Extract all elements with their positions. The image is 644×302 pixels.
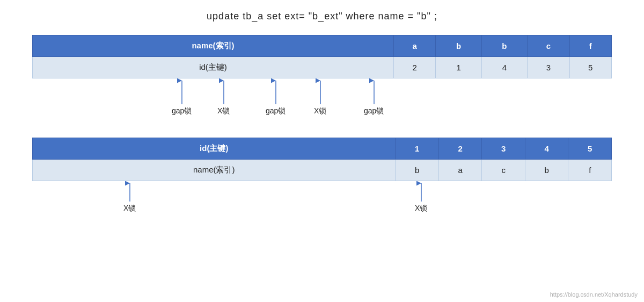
table1-header-1: a xyxy=(393,35,435,57)
arrow-up-icon xyxy=(125,181,135,203)
table2-header-0: id(主键) xyxy=(33,138,396,160)
table1-data-row: id(主键) 2 1 4 3 5 xyxy=(33,57,612,78)
table2-header-4: 4 xyxy=(525,138,568,160)
gap2-label: gap锁 xyxy=(266,106,286,116)
table1-header-2: b xyxy=(436,35,481,57)
x1-label: X锁 xyxy=(217,106,230,116)
table2-header-row: id(主键) 1 2 3 4 5 xyxy=(33,138,612,160)
arrow-up-icon xyxy=(316,78,325,105)
table2-cell-2: a xyxy=(438,160,482,181)
annotation-x1: X锁 xyxy=(217,78,230,116)
table1-section: name(索引) a b b c f id(主键) 2 1 4 3 5 xyxy=(21,35,623,127)
x2-label-t2: X锁 xyxy=(415,204,427,213)
table1-cell-3: 4 xyxy=(481,57,527,78)
arrow-up-icon xyxy=(416,181,426,203)
table1-annotations: gap锁 X锁 xyxy=(32,78,612,127)
annotation-x2: X锁 xyxy=(314,78,326,116)
table2-cell-5: f xyxy=(568,160,612,181)
table1-header-0: name(索引) xyxy=(33,35,394,57)
annotation-gap2: gap锁 xyxy=(266,78,286,116)
table1-cell-4: 3 xyxy=(528,57,569,78)
table1-cell-0: id(主键) xyxy=(33,57,394,78)
table2-header-1: 1 xyxy=(396,138,439,160)
arrow-up-icon xyxy=(369,78,379,105)
annotation-gap1: gap锁 xyxy=(172,78,192,116)
annotation-gap3: gap锁 xyxy=(364,78,384,116)
table1-header-4: c xyxy=(528,35,569,57)
table1-cell-2: 1 xyxy=(436,57,481,78)
watermark: https://blog.csdn.net/Xqhardstudy xyxy=(550,291,638,298)
table1-header-row: name(索引) a b b c f xyxy=(33,35,612,57)
table2-cell-1: b xyxy=(396,160,439,181)
x2-label: X锁 xyxy=(314,106,326,116)
table2: id(主键) 1 2 3 4 5 name(索引) b a c b f xyxy=(32,138,612,181)
table2-header-5: 5 xyxy=(568,138,612,160)
table2-data-row: name(索引) b a c b f xyxy=(33,160,612,181)
sql-statement: update tb_a set ext= "b_ext" where name … xyxy=(21,11,623,22)
table2-header-3: 3 xyxy=(482,138,525,160)
table1-header-3: b xyxy=(481,35,527,57)
table1-cell-5: 5 xyxy=(569,57,611,78)
main-container: update tb_a set ext= "b_ext" where name … xyxy=(0,0,644,302)
table1-cell-1: 2 xyxy=(393,57,435,78)
table2-annotations: X锁 X锁 xyxy=(32,181,612,219)
table2-header-2: 2 xyxy=(438,138,482,160)
arrow-up-icon xyxy=(219,78,229,105)
gap1-label: gap锁 xyxy=(172,106,192,116)
table1-header-5: f xyxy=(569,35,611,57)
annotation2-x2: X锁 xyxy=(415,181,427,213)
gap3-label: gap锁 xyxy=(364,106,384,116)
table2-section: id(主键) 1 2 3 4 5 name(索引) b a c b f xyxy=(21,138,623,219)
arrow-up-icon xyxy=(177,78,187,105)
table2-cell-0: name(索引) xyxy=(33,160,396,181)
table1: name(索引) a b b c f id(主键) 2 1 4 3 5 xyxy=(32,35,612,78)
table2-cell-4: b xyxy=(525,160,568,181)
annotation2-x1: X锁 xyxy=(123,181,136,213)
table2-cell-3: c xyxy=(482,160,525,181)
x1-label-t2: X锁 xyxy=(123,204,136,213)
arrow-up-icon xyxy=(271,78,281,105)
sql-text: update tb_a set ext= "b_ext" where name … xyxy=(207,11,437,21)
